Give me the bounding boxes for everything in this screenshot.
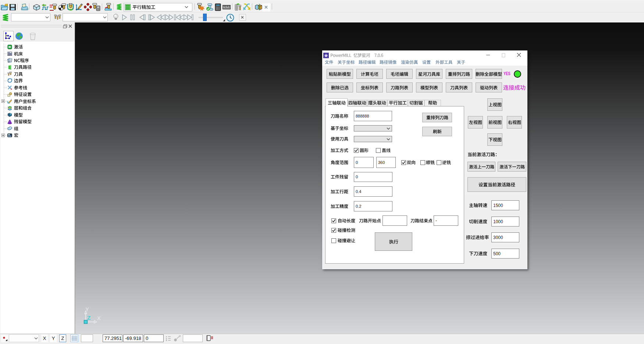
svg-text:X: X (97, 315, 101, 321)
svg-text:z: z (166, 339, 167, 341)
svg-text:Y: Y (85, 306, 89, 312)
svg-text:Z: Z (87, 315, 90, 321)
